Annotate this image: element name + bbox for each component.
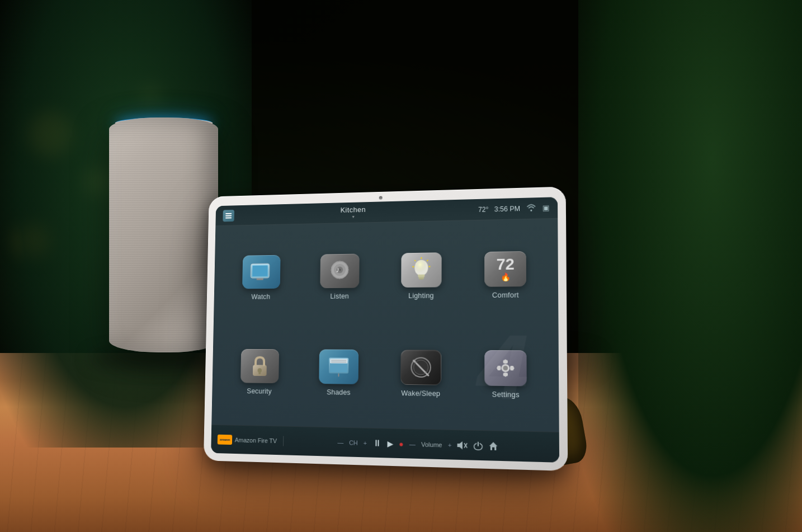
home-button[interactable] (489, 441, 498, 450)
listen-icon: ♪ (320, 253, 360, 288)
shades-label: Shades (327, 388, 351, 397)
svg-text:♪: ♪ (336, 265, 340, 274)
svg-rect-0 (225, 213, 232, 214)
pause-button[interactable]: ⏸ (372, 438, 381, 449)
svg-rect-5 (252, 265, 267, 276)
svg-rect-26 (258, 371, 261, 374)
app-grid: Watch ♪ (211, 219, 559, 432)
vol-plus-button[interactable]: + (448, 441, 452, 449)
shades-icon (319, 349, 358, 384)
listen-label: Listen (330, 292, 349, 300)
power-button[interactable] (474, 441, 483, 450)
svg-line-19 (427, 260, 428, 261)
svg-rect-6 (256, 278, 263, 280)
ch-label: CH (349, 439, 358, 446)
header-right: 72° 3:56 PM ▣ (478, 203, 549, 214)
comfort-label: Comfort (492, 291, 519, 299)
lighting-tile[interactable]: Lighting (385, 232, 458, 319)
room-chevron-icon: ▾ (352, 214, 354, 219)
source-name: Amazon Fire TV (235, 436, 277, 444)
settings-tile[interactable]: Settings (468, 329, 544, 420)
record-button[interactable]: ● (399, 439, 404, 449)
home-menu-icon[interactable] (223, 210, 234, 222)
svg-rect-17 (419, 278, 423, 279)
ch-minus-button[interactable]: — (337, 439, 343, 445)
svg-rect-31 (330, 359, 347, 363)
svg-marker-49 (457, 441, 463, 449)
security-tile[interactable]: Security (225, 329, 295, 415)
media-controls-bar: amazon Amazon Fire TV — CH + ⏸ ▶ ● — Vol… (211, 425, 559, 463)
comfort-temp-value: 72 (496, 256, 514, 272)
lighting-label: Lighting (408, 291, 434, 299)
play-button[interactable]: ▶ (387, 439, 393, 448)
settings-icon (485, 350, 527, 386)
watch-tile[interactable]: Watch (227, 235, 296, 319)
flame-icon: 🔥 (501, 272, 511, 281)
watch-label: Watch (251, 293, 270, 300)
settings-label: Settings (492, 390, 520, 398)
clock-display: 3:56 PM (494, 205, 520, 213)
temperature-display: 72° (478, 205, 489, 213)
echo-body (109, 117, 218, 352)
wakesleep-tile[interactable]: Wake/Sleep (384, 329, 458, 418)
header-left (223, 210, 234, 222)
security-label: Security (247, 387, 271, 395)
svg-rect-34 (338, 373, 339, 376)
svg-rect-16 (418, 276, 424, 278)
tablet-frame: Kitchen ▾ 72° 3:56 PM ▣ (204, 187, 568, 472)
ch-plus-button[interactable]: + (364, 439, 367, 446)
christmas-tree-right (578, 0, 802, 532)
vol-minus-button[interactable]: — (409, 440, 416, 448)
svg-rect-1 (225, 215, 232, 216)
comfort-icon: 72 🔥 (484, 251, 526, 286)
amazon-logo: amazon (218, 434, 233, 444)
source-selector[interactable]: amazon Amazon Fire TV (218, 434, 284, 446)
svg-rect-33 (331, 361, 346, 362)
wifi-icon (526, 203, 536, 213)
svg-line-21 (414, 260, 416, 261)
watch-icon (242, 255, 280, 289)
svg-point-14 (414, 260, 428, 275)
svg-rect-32 (331, 360, 346, 361)
comfort-tile[interactable]: 72 🔥 Comfort (468, 230, 544, 319)
control4-tablet: Kitchen ▾ 72° 3:56 PM ▣ (204, 187, 568, 472)
tablet-screen: Kitchen ▾ 72° 3:56 PM ▣ (211, 197, 559, 463)
battery-icon: ▣ (542, 204, 550, 213)
wakesleep-label: Wake/Sleep (401, 389, 440, 397)
wakesleep-icon (400, 350, 441, 385)
amazon-echo (109, 117, 218, 352)
room-name[interactable]: Kitchen (341, 205, 366, 214)
lighting-icon (401, 252, 441, 288)
playback-controls: — CH + ⏸ ▶ ● — Volume + (288, 436, 552, 453)
svg-rect-2 (225, 217, 232, 218)
svg-rect-15 (418, 274, 424, 276)
mute-button[interactable] (457, 441, 468, 449)
shades-tile[interactable]: Shades (303, 329, 375, 417)
svg-marker-52 (489, 442, 498, 450)
volume-label: Volume (421, 441, 442, 448)
echo-shadow (89, 350, 224, 367)
header-center: Kitchen ▾ (340, 205, 366, 219)
listen-tile[interactable]: ♪ Listen (304, 234, 375, 320)
security-icon (240, 349, 279, 383)
